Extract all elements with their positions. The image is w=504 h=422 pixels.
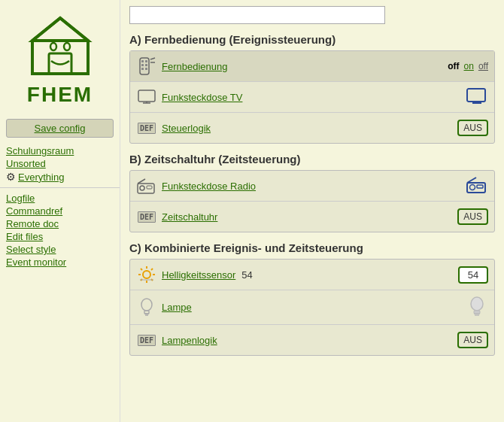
funksteckdose-radio-controls [466, 176, 488, 196]
sidebar-item-commandref[interactable]: Commandref [6, 205, 114, 217]
section-b-group: Funksteckdose Radio DEF [129, 170, 495, 232]
sidebar-nav-group2: Logfile Commandref Remote doc Edit files… [0, 193, 120, 268]
sidebar-nav-group1: Schulungsraum Unsorted ⚙ Everything [0, 145, 120, 183]
sidebar-link-everything[interactable]: Everything [18, 172, 64, 183]
table-row: Funksteckdose TV [130, 82, 494, 113]
funksteckdose-radio-link[interactable]: Funksteckdose Radio [162, 181, 466, 192]
table-row: DEF Zeitschaltuhr AUS [130, 202, 494, 232]
svg-rect-8 [141, 64, 144, 66]
svg-point-3 [50, 43, 56, 50]
off2-label[interactable]: off [478, 61, 488, 71]
svg-rect-7 [145, 60, 147, 62]
logo-house-icon [26, 12, 94, 80]
app-wrapper: FHEM Save config Schulungsraum Unsorted … [0, 0, 504, 422]
sidebar-item-editfiles[interactable]: Edit files [6, 231, 114, 242]
helligkeitssensor-controls: 54 [458, 266, 488, 284]
table-row: DEF Lampenlogik AUS [130, 325, 494, 355]
zeitschaltuhr-aus-button[interactable]: AUS [457, 208, 488, 225]
on-label[interactable]: on [464, 61, 474, 71]
fernbedienung-link[interactable]: Fernbedienung [162, 61, 448, 72]
search-bar-area [129, 6, 495, 24]
lamp-status-icon [466, 295, 488, 320]
section-b-title: B) Zeitschaltuhr (Zeitsteuerung) [129, 153, 495, 165]
sidebar-link-commandref[interactable]: Commandref [6, 205, 114, 217]
funksteckdose-tv-link[interactable]: Funksteckdose TV [162, 92, 466, 103]
lampenlogik-aus-button[interactable]: AUS [457, 332, 488, 348]
svg-rect-5 [140, 58, 149, 74]
sidebar-item-logfile[interactable]: Logfile [6, 193, 114, 204]
gear-icon: ⚙ [6, 171, 16, 183]
main-content: A) Fernbedienung (Ereignissteuerung) [120, 0, 504, 422]
def-icon-steuerlogik: DEF [136, 117, 157, 138]
sidebar-item-schulungsraum[interactable]: Schulungsraum [6, 145, 114, 156]
svg-rect-17 [467, 89, 485, 102]
section-a-title: A) Fernbedienung (Ereignissteuerung) [129, 33, 495, 46]
table-row: Helligkeitssensor 54 54 [130, 260, 494, 290]
svg-line-33 [141, 269, 142, 270]
remote-icon [136, 56, 157, 77]
svg-rect-23 [147, 186, 152, 189]
steuerlogik-aus-button[interactable]: AUS [457, 120, 488, 136]
svg-point-26 [470, 184, 475, 190]
helligkeitssensor-name-row: Helligkeitssensor 54 [157, 269, 458, 281]
svg-point-42 [471, 297, 483, 311]
tv-icon [136, 87, 157, 108]
table-row: Lampe [130, 290, 494, 325]
search-input[interactable] [129, 6, 385, 24]
steuerlogik-link[interactable]: Steuerlogik [162, 123, 457, 134]
nav-divider [0, 187, 120, 188]
sidebar-link-schulungsraum[interactable]: Schulungsraum [6, 145, 114, 156]
tv-status-icon [466, 87, 488, 108]
svg-line-12 [150, 58, 155, 59]
svg-point-38 [141, 299, 152, 311]
table-row: Fernbedienung off on off [130, 51, 494, 82]
sun-icon [136, 264, 157, 285]
svg-point-22 [140, 186, 144, 190]
section-c-group: Helligkeitssensor 54 54 Lampe [129, 259, 495, 356]
sensor-value-display: 54 [458, 266, 488, 284]
lampe-link[interactable]: Lampe [162, 302, 466, 313]
sidebar-item-everything[interactable]: ⚙ Everything [6, 171, 114, 183]
svg-rect-11 [145, 68, 147, 70]
sidebar-link-editfiles[interactable]: Edit files [6, 231, 114, 242]
svg-rect-10 [141, 68, 144, 70]
sidebar-link-unsorted[interactable]: Unsorted [6, 158, 114, 169]
funksteckdose-tv-controls [466, 87, 488, 108]
helligkeitssensor-link[interactable]: Helligkeitssensor [162, 269, 235, 281]
sidebar-item-remotedoc[interactable]: Remote doc [6, 218, 114, 229]
sidebar: FHEM Save config Schulungsraum Unsorted … [0, 0, 120, 422]
svg-marker-0 [32, 18, 88, 74]
off1-label: off [448, 61, 459, 71]
svg-line-25 [467, 178, 476, 183]
lampenlogik-controls: AUS [457, 332, 488, 348]
save-config-button[interactable]: Save config [6, 119, 114, 138]
lampe-controls [466, 295, 488, 320]
svg-point-4 [64, 43, 70, 50]
sidebar-link-logfile[interactable]: Logfile [6, 193, 114, 204]
logo-area: FHEM [0, 6, 120, 116]
sidebar-link-remotedoc[interactable]: Remote doc [6, 218, 114, 229]
fernbedienung-controls: off on off [448, 61, 488, 71]
table-row: DEF Steuerlogik AUS [130, 113, 494, 143]
svg-line-21 [138, 179, 145, 184]
svg-rect-27 [477, 185, 483, 188]
svg-rect-14 [138, 90, 155, 102]
lampenlogik-link[interactable]: Lampenlogik [162, 335, 457, 346]
def-icon-lampenlogik: DEF [136, 329, 157, 351]
sidebar-link-selectstyle[interactable]: Select style [6, 244, 114, 255]
helligkeitssensor-value-text: 54 [241, 269, 252, 281]
logo-title: FHEM [27, 83, 93, 107]
sidebar-link-eventmonitor[interactable]: Event monitor [6, 257, 114, 268]
sidebar-item-eventmonitor[interactable]: Event monitor [6, 257, 114, 268]
svg-rect-9 [145, 64, 147, 66]
svg-point-28 [143, 271, 150, 278]
sidebar-item-selectstyle[interactable]: Select style [6, 244, 114, 255]
sidebar-item-unsorted[interactable]: Unsorted [6, 158, 114, 169]
svg-line-35 [151, 269, 153, 270]
svg-rect-6 [141, 60, 144, 62]
radio-status-icon [466, 176, 488, 196]
def-icon-zeitschaltuhr: DEF [136, 206, 157, 227]
zeitschaltuhr-link[interactable]: Zeitschaltuhr [162, 211, 457, 223]
lamp-icon [136, 297, 157, 318]
radio-icon [136, 175, 157, 196]
